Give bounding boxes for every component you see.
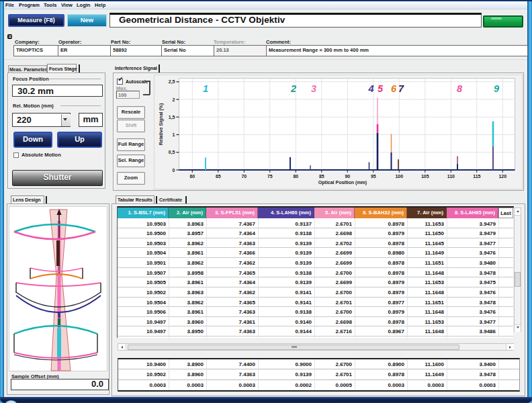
- svg-text:1: 1: [203, 83, 208, 94]
- svg-text:90: 90: [345, 174, 350, 179]
- svg-text:100: 100: [395, 174, 403, 179]
- svg-text:2,5: 2,5: [169, 79, 175, 85]
- svg-text:3: 3: [311, 83, 316, 94]
- svg-text:0: 0: [173, 168, 175, 173]
- svg-text:95: 95: [371, 174, 376, 179]
- svg-text:1: 1: [173, 132, 175, 137]
- svg-text:70: 70: [241, 174, 247, 179]
- svg-text:Optical Position (mm): Optical Position (mm): [318, 180, 367, 185]
- svg-text:2: 2: [173, 97, 175, 102]
- svg-text:7: 7: [398, 83, 404, 94]
- svg-text:4: 4: [367, 83, 373, 94]
- svg-text:0,5: 0,5: [169, 150, 175, 155]
- svg-text:9: 9: [494, 83, 499, 94]
- svg-text:5: 5: [378, 83, 384, 94]
- svg-text:85: 85: [319, 174, 324, 179]
- svg-text:110: 110: [447, 174, 455, 179]
- svg-text:105: 105: [421, 174, 429, 179]
- svg-text:6: 6: [391, 83, 397, 94]
- svg-text:120: 120: [498, 174, 506, 179]
- svg-text:8: 8: [457, 83, 463, 94]
- svg-text:65: 65: [216, 174, 221, 179]
- svg-text:1,5: 1,5: [169, 115, 175, 120]
- svg-text:75: 75: [267, 174, 273, 179]
- svg-text:2: 2: [290, 83, 296, 94]
- svg-text:115: 115: [473, 174, 480, 179]
- svg-text:80: 80: [293, 174, 298, 179]
- svg-text:Relative Signal (%): Relative Signal (%): [159, 103, 164, 146]
- svg-text:60: 60: [189, 174, 195, 179]
